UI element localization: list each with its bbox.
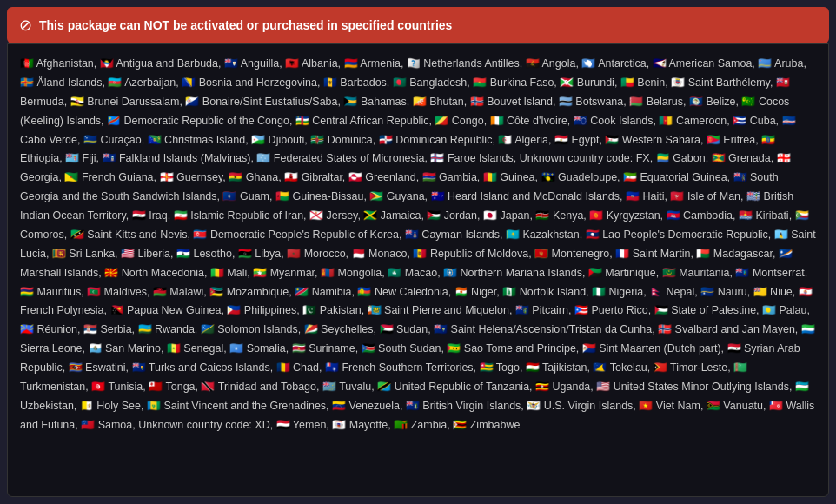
- warning-icon: ⊘: [19, 16, 32, 35]
- warning-banner: ⊘ This package can NOT be activated or p…: [7, 7, 829, 43]
- countries-list: 🇦🇫 Afghanistan, 🇦🇬 Antigua and Barbuda, …: [7, 43, 829, 497]
- main-container: ⊘ This package can NOT be activated or p…: [0, 0, 836, 504]
- warning-message: This package can NOT be activated or pur…: [39, 18, 452, 32]
- countries-text: 🇦🇫 Afghanistan, 🇦🇬 Antigua and Barbuda, …: [20, 55, 816, 435]
